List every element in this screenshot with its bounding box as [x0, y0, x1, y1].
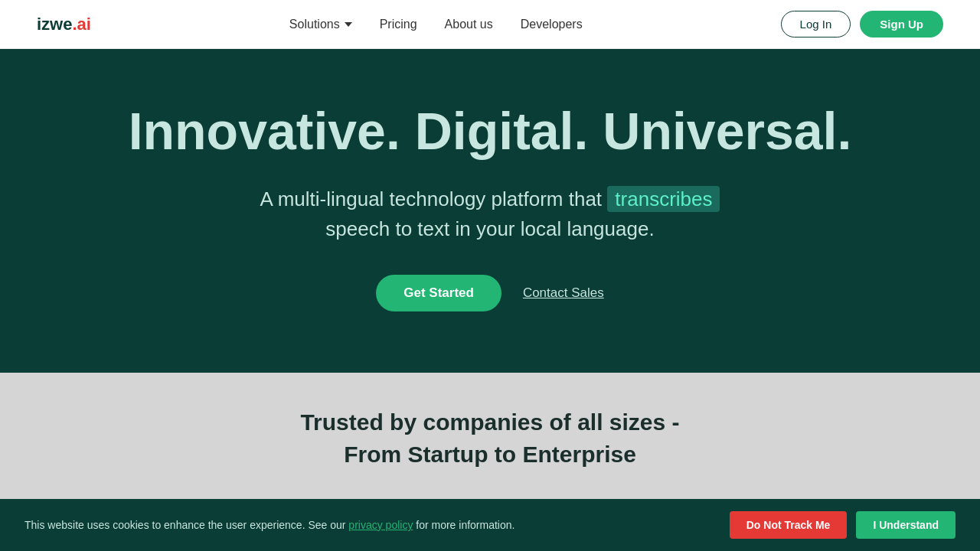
hero-section: Innovative. Digital. Universal. A multi-… — [0, 49, 980, 373]
nav-actions: Log In Sign Up — [781, 11, 943, 37]
cookie-text-after: for more information. — [416, 519, 514, 531]
subtitle-highlight: transcribes — [607, 186, 720, 212]
nav-item-pricing[interactable]: Pricing — [380, 18, 417, 31]
get-started-button[interactable]: Get Started — [376, 275, 501, 311]
navbar: izwe.ai Solutions Pricing About us Devel… — [0, 0, 980, 49]
nav-item-solutions[interactable]: Solutions — [289, 18, 352, 31]
cookie-actions: Do Not Track Me I Understand — [730, 511, 956, 539]
cookie-banner: This website uses cookies to enhance the… — [0, 499, 980, 551]
nav-item-developers[interactable]: Developers — [521, 18, 583, 31]
logo[interactable]: izwe.ai — [37, 15, 91, 34]
hero-actions: Get Started Contact Sales — [37, 275, 943, 311]
subtitle-after: speech to text in your local language. — [325, 217, 654, 240]
nav-links: Solutions Pricing About us Developers — [289, 18, 583, 31]
hero-subtitle: A multi-lingual technology platform that… — [37, 184, 943, 244]
do-not-track-button[interactable]: Do Not Track Me — [730, 511, 848, 539]
pricing-label: Pricing — [380, 18, 417, 31]
nav-item-about[interactable]: About us — [445, 18, 493, 31]
hero-title: Innovative. Digital. Universal. — [37, 103, 943, 160]
about-label: About us — [445, 18, 493, 31]
i-understand-button[interactable]: I Understand — [856, 511, 956, 539]
chevron-down-icon — [345, 22, 352, 27]
subtitle-before: A multi-lingual technology platform that — [260, 187, 603, 210]
signup-button[interactable]: Sign Up — [860, 11, 943, 37]
solutions-label: Solutions — [289, 18, 340, 31]
trusted-title-line2: From Startup to Enterprise — [344, 442, 636, 467]
trusted-title: Trusted by companies of all sizes - From… — [61, 406, 919, 471]
cookie-text: This website uses cookies to enhance the… — [24, 519, 514, 531]
cookie-text-before: This website uses cookies to enhance the… — [24, 519, 345, 531]
privacy-policy-link[interactable]: privacy policy — [348, 519, 413, 531]
logo-text: izwe.ai — [37, 15, 91, 34]
login-button[interactable]: Log In — [781, 11, 851, 37]
trusted-title-line1: Trusted by companies of all sizes - — [300, 409, 679, 435]
developers-label: Developers — [521, 18, 583, 31]
contact-sales-button[interactable]: Contact Sales — [523, 285, 604, 301]
